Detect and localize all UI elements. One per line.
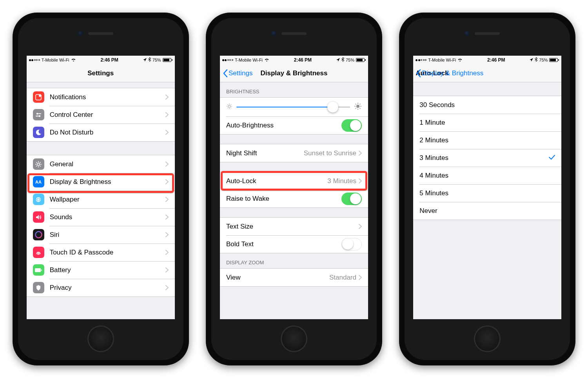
auto-lock-option[interactable]: Never <box>413 202 561 220</box>
raise-to-wake-row[interactable]: Raise to Wake <box>220 190 368 207</box>
svg-point-1 <box>39 94 41 97</box>
settings-row-notifications[interactable]: Notifications <box>27 88 175 106</box>
chevron-icon <box>359 275 362 280</box>
option-label: 4 Minutes <box>419 172 555 180</box>
bluetooth-icon <box>148 57 151 63</box>
chevron-icon <box>165 112 169 117</box>
night-shift-label: Night Shift <box>226 149 304 157</box>
front-camera <box>271 31 276 36</box>
view-label: View <box>226 274 329 282</box>
wallpaper-icon <box>33 194 44 205</box>
earpiece <box>88 32 113 35</box>
settings-row-battery[interactable]: Battery <box>27 261 175 279</box>
privacy-icon <box>33 282 44 293</box>
home-button[interactable] <box>87 325 114 352</box>
earpiece <box>281 32 307 35</box>
svg-line-12 <box>40 165 41 166</box>
auto-lock-row[interactable]: Auto-Lock 3 Minutes <box>220 172 368 190</box>
svg-line-13 <box>36 165 37 166</box>
auto-lock-content[interactable]: 30 Seconds1 Minute2 Minutes3 Minutes4 Mi… <box>413 82 561 319</box>
location-icon <box>336 57 340 63</box>
night-shift-value: Sunset to Sunrise <box>304 149 356 157</box>
view-value: Standard <box>329 274 356 282</box>
chevron-icon <box>359 151 362 156</box>
svg-line-40 <box>355 108 356 109</box>
status-bar: T-Mobile Wi-Fi 2:46 PM 75% <box>220 56 368 64</box>
svg-line-39 <box>359 108 360 109</box>
svg-point-24 <box>228 105 230 107</box>
text-size-row[interactable]: Text Size <box>220 218 368 235</box>
notifications-icon <box>33 91 44 103</box>
raise-to-wake-switch[interactable] <box>341 193 362 205</box>
display-brightness-content[interactable]: BRIGHTNESS Auto-Brightness Night <box>220 82 368 319</box>
signal-icon <box>416 59 426 61</box>
location-icon <box>530 57 533 63</box>
settings-row-label: Sounds <box>50 213 165 221</box>
back-button[interactable]: Settings <box>223 69 252 77</box>
night-shift-row[interactable]: Night Shift Sunset to Sunrise <box>220 144 368 162</box>
bold-text-switch[interactable] <box>341 238 362 251</box>
auto-brightness-label: Auto-Brightness <box>226 122 341 129</box>
settings-row-display[interactable]: AADisplay & Brightness <box>27 173 175 191</box>
settings-list[interactable]: NotificationsControl CenterDo Not Distur… <box>27 82 175 319</box>
option-label: Never <box>419 207 555 215</box>
chevron-icon <box>165 197 169 202</box>
option-label: 2 Minutes <box>419 136 555 144</box>
auto-lock-label: Auto-Lock <box>226 177 327 185</box>
settings-row-gear[interactable]: General <box>27 155 175 173</box>
option-label: 1 Minute <box>419 119 555 127</box>
auto-lock-option[interactable]: 2 Minutes <box>413 131 561 149</box>
nav-title: Settings <box>87 69 114 77</box>
bold-text-row[interactable]: Bold Text <box>220 235 368 253</box>
settings-row-control[interactable]: Control Center <box>27 106 175 124</box>
nav-bar: Settings <box>27 64 175 82</box>
settings-row-sounds[interactable]: Sounds <box>27 208 175 226</box>
option-label: 5 Minutes <box>419 189 555 197</box>
view-row[interactable]: View Standard <box>220 269 368 286</box>
battery-icon <box>33 264 44 276</box>
settings-row-label: Display & Brightness <box>50 178 165 186</box>
chevron-icon <box>165 214 169 220</box>
front-camera <box>78 31 83 36</box>
brightness-slider[interactable] <box>236 107 350 107</box>
chevron-icon <box>165 267 169 273</box>
auto-brightness-switch[interactable] <box>341 119 362 132</box>
status-time: 2:46 PM <box>487 57 505 63</box>
wifi-icon <box>264 58 269 62</box>
auto-lock-option[interactable]: 5 Minutes <box>413 184 561 202</box>
chevron-icon <box>165 285 169 290</box>
battery-icon <box>549 58 559 62</box>
auto-lock-option[interactable]: 1 Minute <box>413 114 561 131</box>
nav-bar: Settings Display & Brightness <box>220 64 368 82</box>
bluetooth-icon <box>535 57 537 63</box>
display-icon: AA <box>33 176 44 187</box>
home-button[interactable] <box>474 325 501 352</box>
checkmark-icon <box>549 154 555 162</box>
auto-brightness-row[interactable]: Auto-Brightness <box>220 116 368 134</box>
auto-lock-option[interactable]: 4 Minutes <box>413 167 561 184</box>
home-button[interactable] <box>281 325 307 352</box>
settings-row-label: Notifications <box>50 93 165 101</box>
earpiece <box>475 32 500 35</box>
settings-row-privacy[interactable]: Privacy <box>27 279 175 296</box>
svg-rect-23 <box>41 269 42 271</box>
back-button[interactable]: Display & Brightness <box>416 69 483 77</box>
status-bar: T-Mobile Wi-Fi 2:46 PM 75% <box>413 56 561 64</box>
settings-row-wallpaper[interactable]: Wallpaper <box>27 191 175 208</box>
battery-pct: 75% <box>152 58 161 62</box>
settings-row-siri[interactable]: Siri <box>27 226 175 244</box>
battery-icon <box>356 58 366 62</box>
auto-lock-option[interactable]: 30 Seconds <box>413 96 561 114</box>
auto-lock-option[interactable]: 3 Minutes <box>413 149 561 167</box>
chevron-icon <box>165 250 169 255</box>
raise-to-wake-label: Raise to Wake <box>226 195 341 203</box>
front-camera <box>465 31 470 36</box>
nav-bar: Display & Brightness Auto-Lock <box>413 64 561 82</box>
sun-small-icon <box>226 103 232 111</box>
bluetooth-icon <box>341 57 344 63</box>
control-icon <box>33 109 44 120</box>
settings-row-dnd[interactable]: Do Not Disturb <box>27 124 175 141</box>
svg-line-30 <box>230 107 231 108</box>
settings-row-touchid[interactable]: Touch ID & Passcode <box>27 244 175 261</box>
status-time: 2:46 PM <box>100 57 118 63</box>
